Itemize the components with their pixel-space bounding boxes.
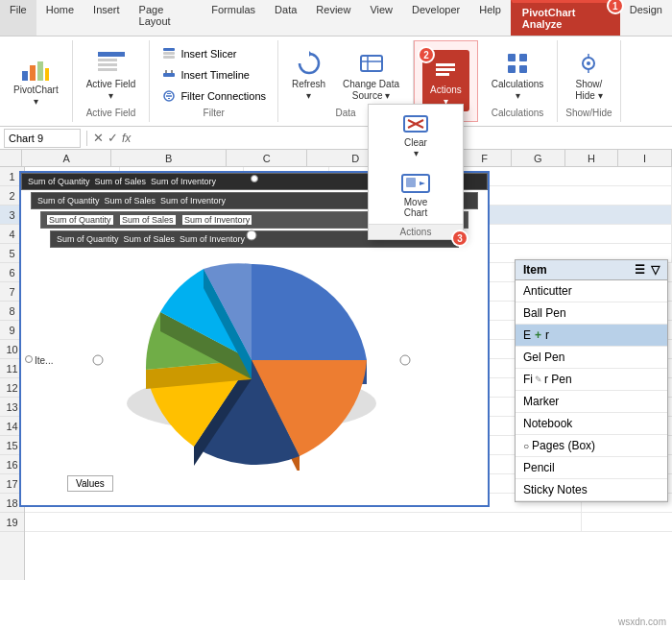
svg-rect-26 <box>519 54 527 61</box>
slicer-icon <box>161 46 177 61</box>
filter-connections-button[interactable]: Filter Connections <box>157 86 270 106</box>
item-marker[interactable]: Marker <box>516 391 667 413</box>
filter-list-icon[interactable]: ☰ <box>635 263 645 277</box>
tab-view[interactable]: View <box>360 0 402 36</box>
insert-timeline-label: Insert Timeline <box>180 69 250 81</box>
actions-dropdown-footer: Actions 3 <box>369 224 463 239</box>
pivotchart-analyze-label: PivotChart Analyze <box>522 7 576 30</box>
svg-point-37 <box>93 355 103 365</box>
confirm-icon[interactable]: ✓ <box>108 131 118 145</box>
item-gel-pen[interactable]: Gel Pen <box>516 347 667 369</box>
filter-icon[interactable]: ▽ <box>651 263 660 277</box>
tab-file[interactable]: File <box>0 0 36 36</box>
timeline-icon <box>161 67 177 83</box>
change-data-source-icon <box>356 48 387 79</box>
pivotchart-button[interactable]: PivotChart▾ <box>8 50 64 111</box>
calculations-label: Calculations▾ <box>492 79 543 102</box>
item-filter-pen[interactable]: Fi✎r Pen <box>516 369 667 391</box>
svg-rect-2 <box>37 61 43 81</box>
item-panel-header: Item ☰ ▽ <box>516 260 667 280</box>
col-header-b[interactable]: B <box>111 150 227 166</box>
move-chart-label: MoveChart <box>404 197 427 218</box>
col-header-g[interactable]: G <box>512 150 565 166</box>
pivotchart-icon <box>20 54 51 85</box>
tab-insert[interactable]: Insert <box>84 0 130 36</box>
calculations-button[interactable]: Calculations▾ <box>486 44 549 106</box>
insert-slicer-button[interactable]: Insert Slicer <box>157 44 240 63</box>
active-field-icon <box>96 48 127 79</box>
chart-item-label: Ite... <box>35 355 53 366</box>
svg-point-35 <box>247 230 256 240</box>
formula-bar: ✕ ✓ fx <box>0 127 672 150</box>
tab-page-layout[interactable]: Page Layout <box>130 0 203 36</box>
cancel-icon[interactable]: ✕ <box>93 131 104 145</box>
ribbon-tabs: File Home Insert Page Layout Formulas Da… <box>0 0 672 36</box>
move-chart-dropdown-item[interactable]: MoveChart <box>369 164 463 224</box>
tab-formulas[interactable]: Formulas <box>202 0 265 36</box>
col-header-i[interactable]: I <box>618 150 672 166</box>
row-num-19: 19 <box>0 513 24 532</box>
actions-icon <box>430 54 461 85</box>
ribbon-group-label-calculations: Calculations <box>492 106 543 118</box>
tab-design[interactable]: Design <box>620 0 672 36</box>
item-pencil[interactable]: Pencil <box>516 457 667 479</box>
cell-19a[interactable] <box>25 513 582 531</box>
clear-dropdown-item[interactable]: Clear▾ <box>369 105 463 164</box>
item-ball-pen[interactable]: Ball Pen <box>516 302 667 325</box>
item-panel: Item ☰ ▽ Anticutter Ball Pen E + r Gel P… <box>515 259 668 502</box>
ribbon-group-label-filter: Filter <box>204 106 225 118</box>
svg-rect-25 <box>508 54 516 61</box>
change-data-source-button[interactable]: Change DataSource ▾ <box>337 44 405 106</box>
ribbon-content: PivotChart▾ Active Field▾ Active Field <box>0 36 672 127</box>
drag-handle-top[interactable] <box>251 175 258 182</box>
item-pages-box[interactable]: ○Pages (Box) <box>516 435 667 457</box>
item-panel-title: Item <box>523 263 547 277</box>
badge-2: 2 <box>418 46 435 63</box>
badge-3: 3 <box>451 230 468 247</box>
formula-divider <box>86 131 87 146</box>
svg-rect-0 <box>22 71 28 81</box>
tab-review[interactable]: Review <box>306 0 360 36</box>
name-box[interactable] <box>4 129 81 148</box>
svg-rect-19 <box>361 56 382 71</box>
svg-marker-18 <box>309 51 312 57</box>
svg-rect-3 <box>45 68 49 81</box>
item-e-r[interactable]: E + r <box>516 325 667 347</box>
insert-timeline-button[interactable]: Insert Timeline <box>157 65 253 85</box>
col-header-rownum <box>0 150 22 166</box>
refresh-button[interactable]: Refresh▾ <box>286 44 331 106</box>
col-header-f[interactable]: F <box>458 150 512 166</box>
app-container: File Home Insert Page Layout Formulas Da… <box>0 0 672 629</box>
svg-rect-10 <box>163 56 175 59</box>
svg-rect-43 <box>406 178 416 187</box>
col-headers-row: A B C D E F G H I <box>0 150 672 167</box>
chart-drag-left[interactable] <box>25 355 33 363</box>
svg-rect-28 <box>519 65 527 73</box>
item-anticutter[interactable]: Anticutter <box>516 280 667 302</box>
refresh-icon <box>294 48 324 79</box>
ribbon-group-filter: Insert Slicer Insert Timeline Filter Con… <box>150 40 278 122</box>
calculations-icon <box>502 48 533 79</box>
tab-data[interactable]: Data <box>265 0 306 36</box>
tab-help[interactable]: Help <box>469 0 511 36</box>
ribbon-group-show-hide: Show/Hide ▾ Show/Hide <box>558 40 620 122</box>
ribbon-group-label-active-field: Active Field <box>86 106 136 118</box>
active-field-button[interactable]: Active Field▾ <box>81 44 142 106</box>
item-notebook[interactable]: Notebook <box>516 413 667 435</box>
svg-rect-23 <box>436 68 455 71</box>
col-header-c[interactable]: C <box>227 150 306 166</box>
col-header-a[interactable]: A <box>22 150 111 166</box>
function-icon[interactable]: fx <box>122 132 131 145</box>
active-field-label: Active Field▾ <box>86 79 136 102</box>
col-header-h[interactable]: H <box>565 150 619 166</box>
tab-pivotchart-analyze[interactable]: PivotChart Analyze 1 <box>511 0 620 36</box>
filter-connections-label: Filter Connections <box>180 90 266 102</box>
item-sticky-notes[interactable]: Sticky Notes <box>516 479 667 501</box>
refresh-label: Refresh▾ <box>292 79 325 102</box>
filter-connections-icon <box>161 88 177 104</box>
show-hide-button[interactable]: Show/Hide ▾ <box>567 44 610 106</box>
show-hide-label: Show/Hide ▾ <box>575 79 602 102</box>
tab-home[interactable]: Home <box>36 0 84 36</box>
tab-developer[interactable]: Developer <box>402 0 469 36</box>
clear-icon <box>398 110 433 137</box>
